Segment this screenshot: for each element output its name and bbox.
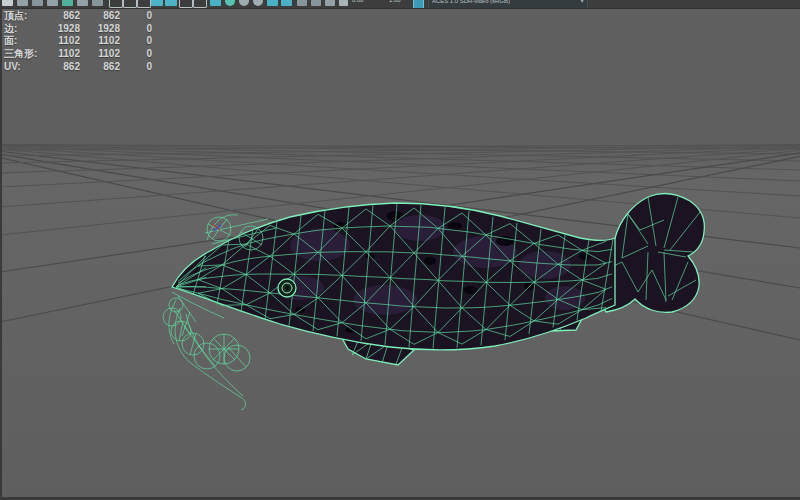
snap-to-grid-icon[interactable] bbox=[62, 0, 73, 6]
paint-select-icon[interactable] bbox=[32, 0, 43, 6]
poly-count-hud: 顶点: 862 862 0 边: 1928 1928 0 面: 1102 110… bbox=[4, 10, 152, 73]
hud-label: 面: bbox=[4, 35, 50, 47]
motion-blur-icon[interactable] bbox=[281, 0, 292, 6]
hud-value: 0 bbox=[120, 61, 152, 73]
viewport-scene bbox=[0, 8, 800, 500]
wireframe-mode-icon[interactable] bbox=[210, 0, 221, 6]
panel-border-left bbox=[0, 0, 2, 500]
exposure-value[interactable]: 0.00 bbox=[352, 0, 364, 4]
hud-value: 0 bbox=[120, 35, 152, 47]
all-lights-icon[interactable] bbox=[239, 0, 249, 6]
camera-attributes-icon[interactable] bbox=[193, 0, 207, 8]
hud-row-faces: 面: 1102 1102 0 bbox=[4, 35, 152, 48]
hud-row-uvs: UV: 862 862 0 bbox=[4, 60, 152, 73]
fish-wireframe-model[interactable] bbox=[163, 194, 704, 410]
hud-value: 1102 bbox=[50, 48, 80, 60]
isolate-select-icon[interactable] bbox=[297, 0, 307, 6]
hud-value: 0 bbox=[120, 10, 152, 22]
chevron-down-icon: ▾ bbox=[580, 0, 583, 5]
resolution-gate-icon[interactable] bbox=[123, 0, 137, 8]
hud-label: 边: bbox=[4, 23, 50, 35]
snap-to-point-icon[interactable] bbox=[92, 0, 103, 6]
snap-to-curve-icon[interactable] bbox=[77, 0, 88, 6]
hud-value: 0 bbox=[120, 48, 152, 60]
fish-eye bbox=[278, 279, 296, 297]
hud-row-triangles: 三角形: 1102 1102 0 bbox=[4, 48, 152, 61]
xray-icon[interactable] bbox=[311, 0, 321, 6]
shadows-icon[interactable] bbox=[253, 0, 263, 6]
hud-value: 862 bbox=[80, 61, 120, 73]
hud-value: 862 bbox=[80, 10, 120, 22]
hud-value: 1928 bbox=[80, 23, 120, 35]
hud-value: 862 bbox=[50, 10, 80, 22]
hud-label: UV: bbox=[4, 61, 50, 73]
view-transform-label: ACES 1.0 SDR-video (sRGB) bbox=[432, 0, 510, 5]
maya-viewport-panel: 0.00 1.00 ACES 1.0 SDR-video (sRGB) ▾ bbox=[0, 0, 800, 500]
hud-value: 1102 bbox=[50, 35, 80, 47]
field-chart-icon[interactable] bbox=[151, 0, 163, 6]
select-camera-icon[interactable] bbox=[47, 0, 58, 6]
hud-label: 顶点: bbox=[4, 10, 50, 22]
default-lighting-icon[interactable] bbox=[225, 0, 235, 6]
hud-label: 三角形: bbox=[4, 48, 50, 60]
lasso-tool-icon[interactable] bbox=[17, 0, 28, 6]
gate-mask-icon[interactable] bbox=[137, 0, 151, 8]
film-gate-icon[interactable] bbox=[109, 0, 123, 8]
grease-pencil-icon[interactable] bbox=[339, 0, 348, 6]
hud-value: 862 bbox=[50, 61, 80, 73]
gamma-value[interactable]: 1.00 bbox=[389, 0, 401, 4]
hud-value: 1928 bbox=[50, 23, 80, 35]
viewport-canvas[interactable]: 顶点: 862 862 0 边: 1928 1928 0 面: 1102 110… bbox=[0, 8, 800, 500]
fish-tail-fin bbox=[600, 194, 704, 313]
view-transform-dropdown[interactable]: ACES 1.0 SDR-video (sRGB) ▾ bbox=[428, 0, 588, 9]
hud-value: 1102 bbox=[80, 35, 120, 47]
hud-row-edges: 边: 1928 1928 0 bbox=[4, 23, 152, 36]
safe-title-icon[interactable] bbox=[179, 0, 193, 8]
hud-value: 1102 bbox=[80, 48, 120, 60]
hud-value: 0 bbox=[120, 23, 152, 35]
safe-action-icon[interactable] bbox=[165, 0, 177, 6]
color-management-icon[interactable] bbox=[413, 0, 424, 9]
panel-toolbar: 0.00 1.00 ACES 1.0 SDR-video (sRGB) ▾ bbox=[0, 0, 800, 9]
select-tool-icon[interactable] bbox=[2, 0, 13, 6]
hud-row-vertices: 顶点: 862 862 0 bbox=[4, 10, 152, 23]
screen-space-ao-icon[interactable] bbox=[267, 0, 278, 6]
joints-xray-icon[interactable] bbox=[325, 0, 335, 6]
